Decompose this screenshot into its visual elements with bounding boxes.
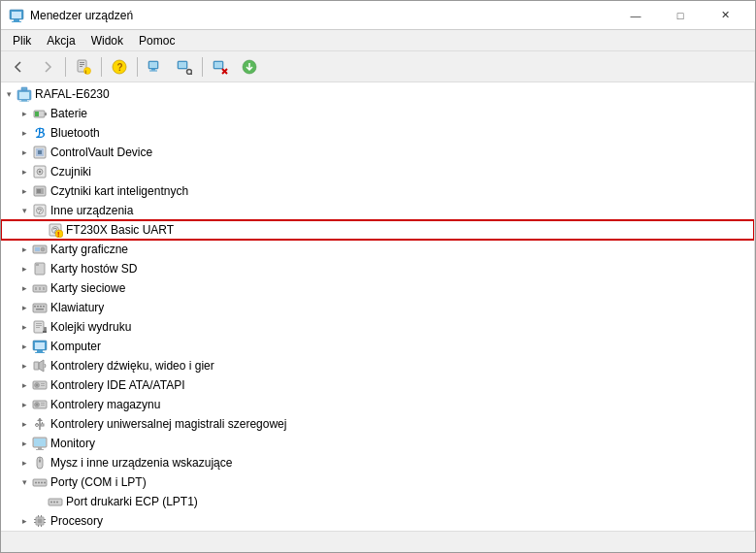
tree-item-kontrolery-usb[interactable]: Kontrolery uniwersalnej magistrali szere… <box>1 414 754 434</box>
kontrolery-usb-expand[interactable] <box>16 414 32 434</box>
help-button[interactable]: ? <box>106 54 133 80</box>
properties-button[interactable]: i <box>70 54 97 80</box>
tree-item-baterie[interactable]: Baterie <box>1 104 754 123</box>
properties-icon: i <box>76 59 91 75</box>
svg-rect-1 <box>12 12 21 18</box>
controlvault-expand[interactable] <box>16 143 32 162</box>
svg-rect-80 <box>41 383 45 384</box>
svg-rect-64 <box>43 306 45 308</box>
tree-item-czujniki[interactable]: Czujniki <box>1 162 754 181</box>
tree-item-controlvault[interactable]: ControlVault Device <box>1 143 754 162</box>
toolbar: i ? <box>1 51 755 82</box>
root-label: RAFAL-E6230 <box>35 87 110 101</box>
klawiatury-expand[interactable] <box>16 298 32 317</box>
inne-icon: ? <box>32 203 48 218</box>
tree-item-klawiatury[interactable]: Klawiatury <box>1 298 754 317</box>
tree-item-kontrolery-ide[interactable]: Kontrolery IDE ATA/ATAPI <box>1 375 754 395</box>
tree-item-mysz[interactable]: Mysz i inne urządzenia wskazujące <box>1 453 754 472</box>
tree-item-porty[interactable]: Porty (COM i LPT) <box>1 472 754 492</box>
baterie-expand[interactable] <box>16 104 32 123</box>
svg-rect-7 <box>80 66 82 67</box>
czujniki-expand[interactable] <box>16 162 32 181</box>
svg-point-106 <box>56 502 58 504</box>
karty-sd-label: Karty hostów SD <box>50 262 137 276</box>
karty-graf-expand[interactable] <box>16 240 32 259</box>
czytniki-expand[interactable] <box>16 181 32 201</box>
toolbar-sep-2 <box>101 57 102 77</box>
tree-item-karty-graf[interactable]: Karty graficzne <box>1 240 754 259</box>
komputer-icon <box>32 339 48 354</box>
port-drukarki-icon <box>48 494 63 509</box>
svg-rect-27 <box>21 100 27 102</box>
tree-item-karty-sd[interactable]: Karty hostów SD <box>1 259 754 278</box>
kolejki-expand[interactable] <box>16 317 32 337</box>
kontrolery-mag-expand[interactable] <box>16 395 32 414</box>
uninstall-icon <box>213 59 228 75</box>
monitory-expand[interactable] <box>16 434 32 453</box>
tree-item-kontrolery-dzwiek[interactable]: Kontrolery dźwięku, wideo i gier <box>1 356 754 375</box>
back-icon <box>11 59 26 75</box>
komputer-expand[interactable] <box>16 337 32 356</box>
port-drukarki-label: Port drukarki ECP (LPT1) <box>66 495 198 508</box>
menu-plik[interactable]: Plik <box>5 32 39 49</box>
svg-rect-31 <box>45 113 47 115</box>
back-button[interactable] <box>5 54 32 80</box>
tree-item-kolejki[interactable]: Kolejki wydruku <box>1 317 754 337</box>
menu-pomoc[interactable]: Pomoc <box>131 32 182 49</box>
svg-rect-62 <box>37 306 39 308</box>
bluetooth-icon: ℬ <box>32 125 48 141</box>
svg-line-19 <box>191 73 192 74</box>
porty-expand[interactable] <box>16 472 32 492</box>
tree-item-port-drukarki[interactable]: Port drukarki ECP (LPT1) <box>1 492 754 511</box>
tree-item-czytniki[interactable]: Czytniki kart inteligentnych <box>1 181 754 201</box>
czujniki-label: Czujniki <box>50 165 91 179</box>
kontrolery-dzwiek-expand[interactable] <box>16 356 32 375</box>
svg-rect-110 <box>41 515 42 517</box>
karty-siec-expand[interactable] <box>16 278 32 298</box>
main-content: RAFAL-E6230 Baterie <box>1 82 755 531</box>
mysz-expand[interactable] <box>16 453 32 472</box>
tree-item-procesory[interactable]: Procesory <box>1 511 754 531</box>
svg-rect-5 <box>80 62 84 63</box>
root-expand[interactable] <box>1 84 16 104</box>
tree-item-komputer[interactable]: Komputer <box>1 337 754 356</box>
tree-root[interactable]: RAFAL-E6230 <box>1 84 754 104</box>
karty-siec-label: Karty sieciowe <box>50 281 125 295</box>
title-bar: Menedzer urządzeń — □ ✕ <box>1 1 755 30</box>
svg-rect-58 <box>39 287 41 290</box>
svg-rect-28 <box>19 102 29 103</box>
tree-item-karty-siec[interactable]: Karty sieciowe <box>1 278 754 298</box>
porty-icon <box>32 474 48 490</box>
svg-point-84 <box>36 404 38 406</box>
inne-expand[interactable] <box>16 201 32 220</box>
tree-item-inne[interactable]: ? Inne urządzenia <box>1 201 754 220</box>
svg-rect-74 <box>37 350 43 352</box>
karty-sd-expand[interactable] <box>16 259 32 278</box>
maximize-button[interactable]: □ <box>658 1 703 30</box>
uninstall-button[interactable] <box>207 54 234 80</box>
menu-bar: Plik Akcja Widok Pomoc <box>1 30 755 51</box>
install-button[interactable] <box>236 54 263 80</box>
device-tree[interactable]: RAFAL-E6230 Baterie <box>1 82 755 531</box>
svg-rect-29 <box>21 87 27 90</box>
close-button[interactable]: ✕ <box>703 1 747 30</box>
menu-akcja[interactable]: Akcja <box>39 32 82 49</box>
tree-item-bluetooth[interactable]: ℬ Bluetooth <box>1 123 754 143</box>
scan-button[interactable] <box>171 54 198 80</box>
minimize-button[interactable]: — <box>613 1 658 30</box>
kontrolery-ide-expand[interactable] <box>16 375 32 395</box>
bluetooth-expand[interactable] <box>16 123 32 143</box>
tree-item-monitory[interactable]: Monitory <box>1 434 754 453</box>
menu-widok[interactable]: Widok <box>83 32 131 49</box>
device-manager-button[interactable] <box>142 54 169 80</box>
tree-item-kontrolery-mag[interactable]: Kontrolery magazynu <box>1 395 754 414</box>
tree-item-ft230x[interactable]: ? ! FT230X Basic UART <box>1 220 754 240</box>
kontrolery-dzwiek-label: Kontrolery dźwięku, wideo i gier <box>50 359 214 373</box>
karty-sd-icon <box>32 261 48 276</box>
svg-rect-57 <box>35 287 37 290</box>
procesory-expand[interactable] <box>16 511 32 531</box>
svg-rect-94 <box>36 449 44 450</box>
svg-rect-75 <box>35 352 45 353</box>
czytniki-icon <box>32 183 48 199</box>
forward-button[interactable] <box>34 54 61 80</box>
